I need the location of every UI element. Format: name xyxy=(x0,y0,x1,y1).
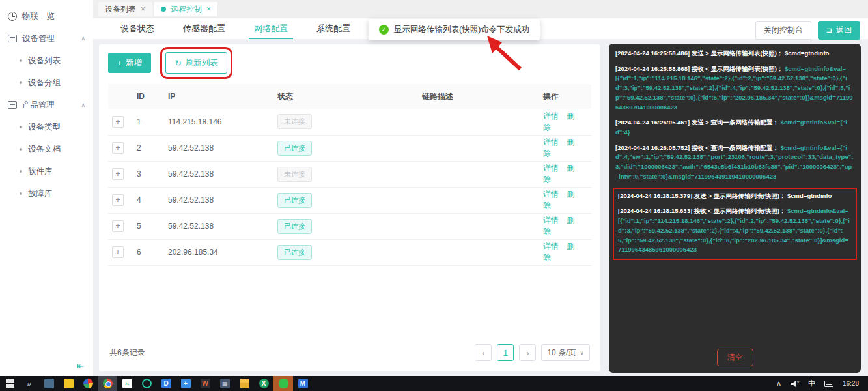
windows-taskbar: ⌕ π D + W ▦ X M ∧ × 中 16:28 xyxy=(0,376,868,391)
calculator-icon: ▦ xyxy=(220,379,230,388)
log-time: [2024-04-24 16:25:58.868] xyxy=(615,65,690,72)
tab-sensor-config[interactable]: 传感器配置 xyxy=(169,18,240,39)
tab-bar: 设备列表 × 远程控制 × xyxy=(93,0,868,18)
subtab-label: 传感器配置 xyxy=(183,23,225,35)
status-badge: 未连接 xyxy=(277,114,312,129)
log-label: 接收 < 查询一条网络传输配置： xyxy=(692,144,779,151)
close-icon[interactable]: × xyxy=(206,5,211,14)
sidebar-item-software-lib[interactable]: 软件库 xyxy=(0,160,93,182)
log-label: 发送 > 显示网络传输列表(快照)： xyxy=(692,50,783,57)
expand-row-button[interactable]: + xyxy=(112,116,124,128)
tray-chevron-up-icon[interactable]: ∧ xyxy=(776,379,781,388)
taskbar-photos[interactable]: π xyxy=(117,376,137,391)
tab-label: 设备列表 xyxy=(105,4,136,15)
sidebar-item-device-mgmt[interactable]: 设备管理 ∧ xyxy=(0,27,93,50)
sidebar-collapse-icon[interactable]: ⇤ xyxy=(77,361,84,371)
bullet-icon xyxy=(20,81,22,84)
touch-keyboard-icon[interactable] xyxy=(824,381,833,387)
taskbar-m-app[interactable]: M xyxy=(293,376,313,391)
taskbar-chrome[interactable] xyxy=(98,376,117,391)
sidebar-item-device-type[interactable]: 设备类型 xyxy=(0,116,93,138)
sidebar-item-overview[interactable]: 物联一览 xyxy=(0,5,93,27)
expand-row-button[interactable]: + xyxy=(112,142,124,154)
taskbar-clock[interactable]: 16:28 xyxy=(843,381,859,387)
log-label: 发送 > 显示网络传输列表(快照)： xyxy=(694,192,786,199)
table-row: + 6 202.96.185.34 已连接 详情删除 xyxy=(108,239,591,265)
taskbar-file-explorer[interactable] xyxy=(234,376,254,391)
status-badge: 已连接 xyxy=(277,219,312,234)
sidebar-item-label: 设备文档 xyxy=(28,144,61,155)
sidebar-item-device-group[interactable]: 设备分组 xyxy=(0,72,93,94)
expand-row-button[interactable]: + xyxy=(112,168,124,180)
column-header-ip: IP xyxy=(164,84,273,109)
detail-link[interactable]: 详情 xyxy=(543,164,559,173)
cell-link-desc xyxy=(418,135,539,161)
sidebar-item-label: 设备分组 xyxy=(28,78,61,89)
taskbar-sync-tool[interactable]: + xyxy=(176,376,195,391)
taskbar-mail[interactable] xyxy=(39,376,59,391)
cell-link-desc xyxy=(418,239,539,265)
log-time: [2024-04-24 16:28:15.379] xyxy=(618,192,692,199)
taskbar-calculator[interactable]: ▦ xyxy=(215,376,234,391)
next-page-button[interactable]: › xyxy=(519,344,536,361)
taskbar-color-ball-app[interactable] xyxy=(78,376,98,391)
close-console-button[interactable]: 关闭控制台 xyxy=(755,21,811,40)
back-button[interactable]: ⊐ 返回 xyxy=(818,21,860,40)
add-button[interactable]: + 新增 xyxy=(108,53,151,73)
cell-link-desc xyxy=(418,187,539,213)
sidebar-item-device-list[interactable]: 设备列表 xyxy=(0,50,93,72)
status-badge: 已连接 xyxy=(277,193,312,208)
page-number-button[interactable]: 1 xyxy=(497,344,514,361)
expand-row-button[interactable]: + xyxy=(112,220,124,232)
status-badge: 未连接 xyxy=(277,167,312,182)
start-button[interactable] xyxy=(0,376,20,391)
sync-tool-icon: + xyxy=(181,379,191,388)
sidebar-item-label: 软件库 xyxy=(28,166,53,177)
log-label: 接收 < 显示网络传输列表(快照)： xyxy=(692,65,783,72)
detail-link[interactable]: 详情 xyxy=(543,216,559,225)
sidebar-item-device-doc[interactable]: 设备文档 xyxy=(0,138,93,160)
taskbar-sticky-notes[interactable] xyxy=(59,376,78,391)
clear-console-button[interactable]: 清空 xyxy=(717,349,753,366)
log-entry: [2024-04-24 16:26:05.461] 发送 > 查询一条网络传输配… xyxy=(615,118,854,137)
refresh-list-button[interactable]: ↻ 刷新列表 xyxy=(165,52,227,74)
expand-row-button[interactable]: + xyxy=(112,194,124,206)
close-icon[interactable]: × xyxy=(141,5,145,14)
log-label: 发送 > 查询一条网络传输配置： xyxy=(692,119,779,126)
taskbar-quark-browser[interactable] xyxy=(137,376,156,391)
tab-device-list[interactable]: 设备列表 × xyxy=(98,2,152,16)
sidebar-item-label: 故障库 xyxy=(28,188,53,199)
tab-system-config[interactable]: 系统配置 xyxy=(302,18,365,39)
tab-network-config[interactable]: 网络配置 xyxy=(240,18,302,39)
detail-link[interactable]: 详情 xyxy=(543,138,559,147)
record-count: 共6条记录 xyxy=(109,347,145,358)
prev-page-button[interactable]: ‹ xyxy=(475,344,492,361)
page-size-select[interactable]: 10 条/页 ∨ xyxy=(541,344,590,361)
detail-link[interactable]: 详情 xyxy=(543,242,559,251)
taskbar-app-store[interactable]: D xyxy=(156,376,176,391)
tab-device-status[interactable]: 设备状态 xyxy=(106,18,169,39)
taskbar-excel[interactable]: X xyxy=(254,376,273,391)
sidebar-item-product-mgmt[interactable]: 产品管理 ∧ xyxy=(0,94,93,116)
expand-row-button[interactable]: + xyxy=(112,246,124,258)
bullet-icon xyxy=(20,192,22,195)
detail-link[interactable]: 详情 xyxy=(543,190,559,199)
ime-indicator[interactable]: 中 xyxy=(808,379,815,388)
log-time: [2024-04-24 16:25:58.486] xyxy=(615,50,690,57)
active-dot-icon xyxy=(161,7,166,12)
subtab-label: 网络配置 xyxy=(254,23,288,35)
detail-link[interactable]: 详情 xyxy=(543,111,559,121)
taskbar-wps-word[interactable]: W xyxy=(195,376,215,391)
cell-ip: 59.42.52.138 xyxy=(164,213,273,239)
back-icon: ⊐ xyxy=(826,26,832,35)
taskbar-wechat[interactable] xyxy=(273,376,293,391)
table-row: + 5 59.42.52.138 已连接 详情删除 xyxy=(108,213,591,239)
log-entry: [2024-04-24 16:25:58.486] 发送 > 显示网络传输列表(… xyxy=(615,49,854,59)
sidebar-item-fault-lib[interactable]: 故障库 xyxy=(0,182,93,205)
sticky-notes-icon xyxy=(64,379,74,388)
tab-remote-control[interactable]: 远程控制 × xyxy=(154,2,217,16)
volume-muted-icon[interactable]: × xyxy=(791,381,799,387)
taskbar-search[interactable]: ⌕ xyxy=(20,376,39,391)
annotation-arrow xyxy=(479,34,527,73)
app-store-icon: D xyxy=(161,379,171,388)
